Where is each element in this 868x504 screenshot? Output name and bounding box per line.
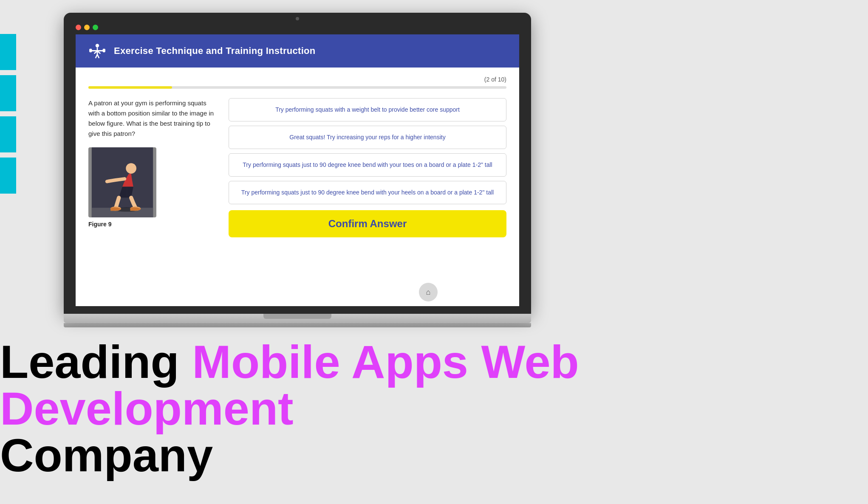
camera-dot — [296, 17, 299, 20]
svg-rect-9 — [92, 147, 153, 217]
progress-bar-fill — [88, 86, 172, 89]
answer-d-text: Try performing squats just to 90 degree … — [241, 189, 494, 196]
answer-option-c[interactable]: Try performing squats just to 90 degree … — [229, 153, 506, 177]
exercise-icon — [88, 42, 106, 60]
confirm-answer-button[interactable]: Confirm Answer — [229, 210, 506, 237]
answer-a-text: Try performing squats with a weight belt… — [275, 106, 460, 113]
laptop-base — [64, 314, 531, 323]
close-button-dot[interactable] — [76, 25, 81, 30]
answer-option-a[interactable]: Try performing squats with a weight belt… — [229, 98, 506, 121]
svg-line-8 — [97, 54, 99, 58]
app-title: Exercise Technique and Training Instruct… — [114, 45, 316, 56]
watermark-line1-pink: Mobile Apps Web Development — [0, 335, 579, 434]
screen-content: Exercise Technique and Training Instruct… — [76, 34, 519, 306]
laptop-foot — [64, 323, 531, 327]
watermark-text: Leading Mobile Apps Web Development Comp… — [0, 338, 868, 479]
answers-panel: Try performing squats with a weight belt… — [229, 98, 506, 237]
progress-row: (2 of 10) — [88, 76, 506, 83]
question-text: A patron at your gym is performing squat… — [88, 98, 216, 139]
home-button[interactable]: ⌂ — [419, 283, 438, 301]
answer-c-text: Try performing squats just to 90 degree … — [243, 161, 492, 168]
laptop-container: Exercise Technique and Training Instruct… — [64, 13, 531, 344]
laptop-notch — [263, 314, 331, 319]
progress-bar-background — [88, 86, 506, 89]
svg-point-12 — [126, 163, 136, 174]
answer-b-text: Great squats! Try increasing your reps f… — [289, 134, 445, 141]
question-panel: A patron at your gym is performing squat… — [88, 98, 216, 237]
minimize-button-dot[interactable] — [84, 25, 90, 30]
svg-point-0 — [96, 44, 99, 47]
content-area: A patron at your gym is performing squat… — [88, 98, 506, 237]
home-icon: ⌂ — [426, 288, 431, 297]
answer-option-b[interactable]: Great squats! Try increasing your reps f… — [229, 126, 506, 149]
answer-option-d[interactable]: Try performing squats just to 90 degree … — [229, 181, 506, 204]
app-body: (2 of 10) A patron at your gym is perfor… — [76, 68, 519, 246]
figure-caption: Figure 9 — [88, 221, 216, 228]
watermark-line2: Company — [0, 432, 868, 479]
figure-image — [88, 147, 156, 217]
laptop-bezel: Exercise Technique and Training Instruct… — [64, 13, 531, 314]
left-decoration — [0, 34, 16, 194]
svg-rect-3 — [103, 49, 105, 52]
window-controls — [76, 25, 519, 30]
progress-label: (2 of 10) — [484, 76, 506, 83]
maximize-button-dot[interactable] — [93, 25, 98, 30]
app-header: Exercise Technique and Training Instruct… — [76, 34, 519, 68]
svg-rect-2 — [89, 49, 92, 52]
